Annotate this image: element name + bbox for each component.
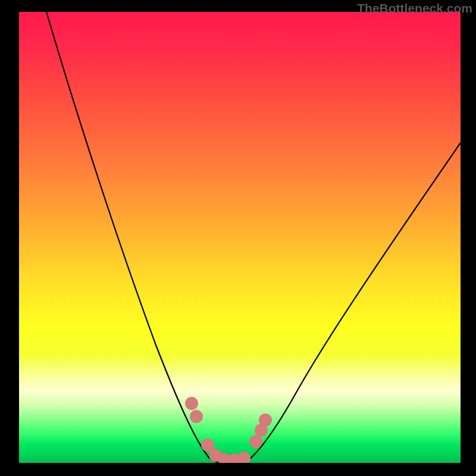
chart-frame: TheBottleneck.com <box>0 0 476 476</box>
chart-plot-area <box>19 12 461 463</box>
svg-point-7 <box>249 435 262 448</box>
svg-point-0 <box>185 397 198 410</box>
left-curve <box>46 12 223 463</box>
svg-point-1 <box>190 410 203 423</box>
marker-group <box>185 397 272 463</box>
svg-point-6 <box>237 452 250 463</box>
right-curve <box>243 143 461 463</box>
svg-point-9 <box>259 414 272 427</box>
watermark-text: TheBottleneck.com <box>357 1 472 15</box>
curve-overlay <box>19 12 461 463</box>
